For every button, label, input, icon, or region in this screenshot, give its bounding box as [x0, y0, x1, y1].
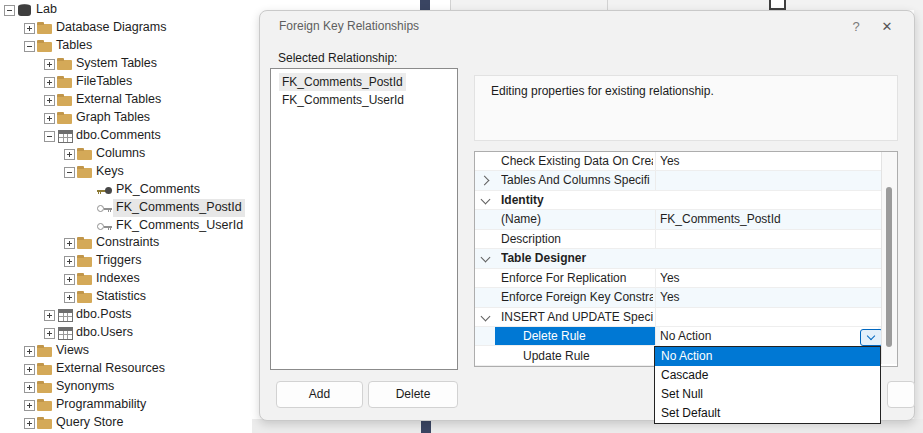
tree-item-label[interactable]: FK_Comments_PostId: [113, 199, 245, 217]
chevron-down-icon[interactable]: [481, 194, 491, 204]
property-grid-row[interactable]: Identity: [475, 191, 881, 210]
property-value[interactable]: [660, 171, 878, 190]
relationship-list-item[interactable]: FK_Comments_PostId: [271, 73, 457, 91]
tree-item-label[interactable]: External Resources: [53, 360, 168, 378]
partially-hidden-button[interactable]: [887, 381, 915, 408]
tree-item[interactable]: Query Store: [0, 414, 258, 432]
expand-plus-icon[interactable]: [44, 310, 55, 321]
tree-item[interactable]: External Tables: [0, 91, 258, 109]
property-grid-row[interactable]: Description: [475, 230, 881, 249]
chevron-down-icon[interactable]: [481, 311, 491, 321]
tree-item[interactable]: External Resources: [0, 360, 258, 378]
property-grid-row[interactable]: (Name)FK_Comments_PostId: [475, 210, 881, 229]
combo-dropdown-button[interactable]: [860, 329, 883, 346]
tree-item-label[interactable]: Columns: [93, 145, 148, 163]
tree-item-label[interactable]: Views: [53, 342, 92, 360]
tree-item-label[interactable]: Lab: [33, 1, 60, 19]
relationship-list-item[interactable]: FK_Comments_UserId: [271, 91, 457, 109]
tree-item-label[interactable]: External Tables: [73, 91, 164, 109]
tree-item[interactable]: Tables: [0, 37, 258, 55]
tree-item[interactable]: Columns: [0, 145, 258, 163]
tree-item[interactable]: FK_Comments_UserId: [0, 217, 258, 235]
tree-item-label[interactable]: Tables: [53, 37, 95, 55]
collapse-minus-icon[interactable]: [24, 41, 35, 52]
tree-item-label[interactable]: Statistics: [93, 288, 149, 306]
property-grid-row[interactable]: INSERT And UPDATE Specif: [475, 308, 881, 327]
tree-item-label[interactable]: PK_Comments: [113, 181, 203, 199]
relationship-name[interactable]: FK_Comments_UserId: [279, 91, 407, 109]
tree-item-label[interactable]: dbo.Comments: [73, 127, 164, 145]
tree-item[interactable]: dbo.Posts: [0, 306, 258, 324]
tree-item-label[interactable]: Database Diagrams: [53, 19, 169, 37]
tree-item-label[interactable]: Triggers: [93, 252, 144, 270]
tree-item[interactable]: System Tables: [0, 55, 258, 73]
expand-plus-icon[interactable]: [44, 328, 55, 339]
tree-item-label[interactable]: dbo.Posts: [73, 306, 135, 324]
tree-item[interactable]: FK_Comments_PostId: [0, 199, 258, 217]
expand-plus-icon[interactable]: [64, 256, 75, 267]
collapse-minus-icon[interactable]: [64, 167, 75, 178]
property-label[interactable]: Enforce For Replication: [501, 269, 653, 288]
close-icon[interactable]: ✕: [877, 17, 897, 37]
property-value[interactable]: No Action: [660, 327, 878, 346]
expand-plus-icon[interactable]: [24, 418, 35, 429]
delete-button[interactable]: Delete: [368, 381, 458, 408]
tree-item-label[interactable]: Synonyms: [53, 378, 117, 396]
tree-item[interactable]: Constraints: [0, 234, 258, 252]
collapse-minus-icon[interactable]: [44, 131, 55, 142]
grid-scrollbar-thumb[interactable]: [886, 187, 892, 347]
expand-plus-icon[interactable]: [64, 292, 75, 303]
property-value[interactable]: Yes: [660, 269, 878, 288]
dropdown-option[interactable]: Set Default: [655, 404, 880, 423]
tree-item[interactable]: Triggers: [0, 252, 258, 270]
dropdown-option[interactable]: No Action: [655, 347, 880, 366]
expand-plus-icon[interactable]: [64, 274, 75, 285]
tree-item[interactable]: Database Diagrams: [0, 19, 258, 37]
tree-item[interactable]: Statistics: [0, 288, 258, 306]
background-scrollbar-thumb-bottom[interactable]: [421, 419, 431, 433]
chevron-down-icon[interactable]: [481, 253, 491, 263]
tree-item-label[interactable]: Programmability: [53, 396, 149, 414]
property-value[interactable]: Yes: [660, 152, 878, 171]
property-value[interactable]: [660, 230, 878, 249]
property-grid-row[interactable]: Delete RuleNo Action: [475, 327, 881, 346]
property-grid-row[interactable]: Table Designer: [475, 249, 881, 268]
expand-plus-icon[interactable]: [44, 113, 55, 124]
property-label[interactable]: Table Designer: [501, 249, 653, 268]
tree-item[interactable]: Indexes: [0, 270, 258, 288]
tree-item[interactable]: FileTables: [0, 73, 258, 91]
property-grid-row[interactable]: Enforce Foreign Key ConstraYes: [475, 288, 881, 307]
expand-plus-icon[interactable]: [24, 382, 35, 393]
background-scrollbar-thumb-top[interactable]: [420, 0, 430, 10]
dropdown-option[interactable]: Set Null: [655, 385, 880, 404]
relationship-name[interactable]: FK_Comments_PostId: [279, 73, 406, 91]
expand-plus-icon[interactable]: [24, 23, 35, 34]
collapse-minus-icon[interactable]: [4, 5, 15, 16]
expand-plus-icon[interactable]: [44, 95, 55, 106]
tree-item-label[interactable]: FK_Comments_UserId: [113, 217, 246, 235]
tree-item[interactable]: Views: [0, 342, 258, 360]
tree-item-label[interactable]: Indexes: [93, 270, 143, 288]
tree-item[interactable]: Lab: [0, 1, 258, 19]
tree-item[interactable]: Keys: [0, 163, 258, 181]
tree-item[interactable]: PK_Comments: [0, 181, 258, 199]
tree-item[interactable]: Graph Tables: [0, 109, 258, 127]
property-label[interactable]: Description: [501, 230, 653, 249]
property-value[interactable]: FK_Comments_PostId: [660, 210, 878, 229]
expand-plus-icon[interactable]: [64, 149, 75, 160]
expand-plus-icon[interactable]: [24, 364, 35, 375]
property-grid-row[interactable]: Enforce For ReplicationYes: [475, 269, 881, 288]
property-label[interactable]: (Name): [501, 210, 653, 229]
tree-item[interactable]: dbo.Comments: [0, 127, 258, 145]
help-icon[interactable]: ?: [846, 17, 866, 37]
expand-plus-icon[interactable]: [64, 238, 75, 249]
property-label[interactable]: Enforce Foreign Key Constra: [501, 288, 653, 307]
property-label[interactable]: Check Existing Data On Crea: [501, 152, 653, 171]
tree-item-label[interactable]: FileTables: [73, 73, 135, 91]
property-label[interactable]: Delete Rule: [523, 327, 653, 346]
property-label[interactable]: Update Rule: [523, 347, 653, 366]
property-value[interactable]: [660, 308, 878, 327]
property-grid-row[interactable]: Check Existing Data On CreaYes: [475, 152, 881, 171]
relationship-listbox[interactable]: FK_Comments_PostIdFK_Comments_UserId: [270, 68, 458, 370]
expand-plus-icon[interactable]: [44, 59, 55, 70]
